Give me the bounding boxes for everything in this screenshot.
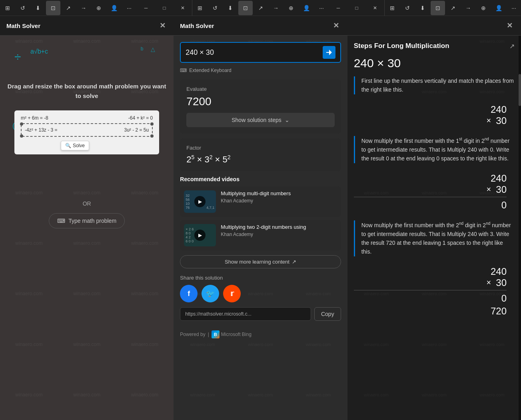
type-math-problem-button[interactable]: ⌨ Type math problem bbox=[49, 213, 125, 228]
tb-active-btn-2[interactable]: ⊡ bbox=[238, 1, 253, 15]
step-text-3: Now multiply the first number with the 2… bbox=[361, 220, 515, 256]
tb-download-btn-3[interactable]: ⬇ bbox=[415, 1, 430, 15]
eq-row-sel: -4z² + 13z - 3 = 3u² - 2 = 5u bbox=[25, 127, 149, 133]
tb-share-btn-1[interactable]: ↗ bbox=[61, 1, 76, 15]
scrollbar-track bbox=[519, 36, 521, 420]
video-2-source: Khan Academy bbox=[221, 232, 337, 237]
drag-interface: ÷ a√b+c △ b (a+b)² ✕ Drag and resize the… bbox=[6, 42, 167, 194]
evaluate-section: Evaluate 7200 Show solution steps ⌄ bbox=[180, 80, 341, 134]
panel-3-close-btn[interactable]: ✕ bbox=[505, 21, 515, 30]
video-info-1: Multiplying multi-digit numbers Khan Aca… bbox=[221, 190, 337, 213]
video-card-2[interactable]: × 2 6 8 0 4 2 6 0 0 ▶ Multiplying two 2-… bbox=[180, 220, 341, 250]
tb-active-btn-3[interactable]: ⊡ bbox=[431, 1, 445, 15]
tb-active-btn-1[interactable]: ⊡ bbox=[46, 1, 60, 15]
math-search-box[interactable] bbox=[180, 42, 341, 63]
bing-icon: B bbox=[212, 330, 220, 338]
video-1-title: Multiplying multi-digit numbers bbox=[221, 190, 337, 196]
close-btn-2[interactable]: ✕ bbox=[366, 1, 384, 15]
panel-2-wrapper: winaero.comwinaero.comwinaero.com winaer… bbox=[174, 16, 347, 420]
tb-avatar-btn-1[interactable]: 👤 bbox=[107, 1, 121, 15]
taskbar-section-2: ⊞ ↺ ⬇ ⊡ ↗ → ⊕ 👤 ··· ─ □ ✕ bbox=[192, 0, 385, 16]
minimize-btn-2[interactable]: ─ bbox=[329, 1, 347, 15]
b-var: b bbox=[141, 46, 144, 52]
panel-1-close-btn[interactable]: ✕ bbox=[158, 21, 167, 30]
panel-2-close-btn[interactable]: ✕ bbox=[331, 21, 341, 30]
tb-more-btn-1[interactable]: ··· bbox=[122, 1, 136, 15]
extended-keyboard-toggle[interactable]: ⌨ Extended Keyboard bbox=[180, 68, 341, 73]
send-button[interactable] bbox=[323, 46, 335, 59]
copy-button[interactable]: Copy bbox=[314, 307, 341, 321]
equation-capture-box: m² + 6m = -8 -64 + k² = 0 -4z² + 13z - 3… bbox=[14, 110, 159, 154]
video-thumb-2: × 2 6 8 0 4 2 6 0 0 ▶ bbox=[184, 224, 216, 246]
video-info-2: Multiplying two 2-digit numbers using Kh… bbox=[221, 224, 337, 246]
reddit-share-button[interactable]: 𝕣 bbox=[223, 285, 241, 302]
tb-extensions-btn-1[interactable]: ⊕ bbox=[92, 1, 106, 15]
div-symbol: ÷ bbox=[14, 50, 21, 64]
video-thumb-1: 32 56 10 764,7,1 ▶ bbox=[184, 190, 216, 213]
tb-tab-btn-1[interactable]: ⊞ bbox=[0, 1, 15, 15]
tb-download-btn-2[interactable]: ⬇ bbox=[223, 1, 238, 15]
math-solver-panel-3: ✕ Steps For Long Multiplication ↗ 240 × … bbox=[347, 16, 521, 420]
maximize-btn-1[interactable]: □ bbox=[155, 1, 174, 15]
corner-tr bbox=[150, 122, 154, 126]
maximize-btn-2[interactable]: □ bbox=[347, 1, 366, 15]
eq-sel-right: 3u² - 2 = 5u bbox=[124, 127, 149, 133]
tb-download-btn-1[interactable]: ⬇ bbox=[31, 1, 45, 15]
md2-num2: 30 bbox=[496, 184, 507, 195]
facebook-share-button[interactable]: f bbox=[180, 285, 198, 302]
tb-share-btn-2[interactable]: ↗ bbox=[254, 1, 268, 15]
share-url-input[interactable] bbox=[180, 307, 311, 321]
corner-br bbox=[150, 134, 154, 138]
tb-history-btn-2[interactable]: ↺ bbox=[208, 1, 222, 15]
eq-row-1: m² + 6m = -8 -64 + k² = 0 bbox=[21, 115, 153, 121]
step-text-2: Now multiply the first number with the 1… bbox=[361, 136, 515, 163]
math-input-field[interactable] bbox=[186, 48, 322, 57]
powered-by-label: Powered by bbox=[180, 332, 205, 337]
math-solver-panel-2: Math Solver ✕ ⌨ Extended Keyboard bbox=[174, 16, 347, 420]
tb-extensions-btn-2[interactable]: ⊕ bbox=[284, 1, 298, 15]
multiply-sign-1: × bbox=[487, 116, 491, 125]
video-card-1[interactable]: 32 56 10 764,7,1 ▶ Multiplying multi-dig… bbox=[180, 186, 341, 217]
video-2-title: Multiplying two 2-digit numbers using bbox=[221, 224, 337, 230]
minimize-btn-1[interactable]: ─ bbox=[137, 1, 155, 15]
scrollbar-thumb[interactable] bbox=[519, 74, 521, 106]
external-link-steps-icon[interactable]: ↗ bbox=[509, 42, 515, 50]
multiply-sign-3: × bbox=[487, 278, 491, 287]
keyboard-icon-2: ⌨ bbox=[180, 68, 187, 73]
md1-num1: 240 bbox=[354, 104, 507, 115]
tb-forward-btn-2[interactable]: → bbox=[269, 1, 283, 15]
selection-box: -4z² + 13z - 3 = 3u² - 2 = 5u 🔍 bbox=[21, 123, 153, 137]
external-link-icon: ↗ bbox=[292, 259, 296, 265]
tb-share-btn-3[interactable]: ↗ bbox=[446, 1, 460, 15]
tb-tab-btn-2[interactable]: ⊞ bbox=[193, 1, 207, 15]
tb-forward-btn-1[interactable]: → bbox=[76, 1, 91, 15]
tb-extensions-btn-3[interactable]: ⊕ bbox=[476, 1, 491, 15]
window-controls-1: ─ □ ✕ bbox=[137, 1, 192, 15]
type-math-label: Type math problem bbox=[68, 218, 116, 224]
window-controls-2: ─ □ ✕ bbox=[329, 1, 384, 15]
steps-header: Steps For Long Multiplication ↗ bbox=[354, 42, 515, 50]
taskbar-section-3: ⊞ ↺ ⬇ ⊡ ↗ → ⊕ 👤 ··· ─ □ ✕ bbox=[385, 0, 521, 16]
tb-more-btn-3[interactable]: ··· bbox=[507, 1, 521, 15]
taskbar-row-1: ⊞ ↺ ⬇ ⊡ ↗ → ⊕ 👤 ··· ─ □ ✕ ⊞ ↺ ⬇ ⊡ ↗ → ⊕ … bbox=[0, 0, 521, 16]
md2-num2-row: × 30 bbox=[354, 184, 507, 197]
math-solver-panel-1: Math Solver ✕ ÷ a√b+c △ b (a+b)² ✕ Drag … bbox=[0, 16, 174, 420]
panel-2-content: ⌨ Extended Keyboard Evaluate 7200 Show s… bbox=[174, 36, 347, 420]
tb-tab-btn-3[interactable]: ⊞ bbox=[385, 1, 399, 15]
tb-history-btn-1[interactable]: ↺ bbox=[16, 1, 30, 15]
tb-more-btn-2[interactable]: ··· bbox=[314, 1, 329, 15]
md3-num2: 30 bbox=[496, 277, 507, 288]
tb-avatar-btn-3[interactable]: 👤 bbox=[491, 1, 506, 15]
show-more-button[interactable]: Show more learning content ↗ bbox=[180, 255, 341, 268]
math-display-2: 240 × 30 0 bbox=[354, 173, 515, 211]
tb-forward-btn-3[interactable]: → bbox=[461, 1, 475, 15]
twitter-share-button[interactable]: 🐦 bbox=[202, 285, 219, 302]
extended-keyboard-label: Extended Keyboard bbox=[189, 68, 231, 73]
factor-section: Factor 25 × 32 × 52 bbox=[180, 138, 341, 171]
step-block-3: Now multiply the first number with the 2… bbox=[354, 220, 515, 256]
tb-avatar-btn-2[interactable]: 👤 bbox=[299, 1, 313, 15]
show-steps-button[interactable]: Show solution steps ⌄ bbox=[186, 113, 334, 127]
panel-1-wrapper: winaero.comwinaero.comwinaero.com winaer… bbox=[0, 16, 174, 420]
tb-history-btn-3[interactable]: ↺ bbox=[400, 1, 415, 15]
close-btn-1[interactable]: ✕ bbox=[174, 1, 192, 15]
